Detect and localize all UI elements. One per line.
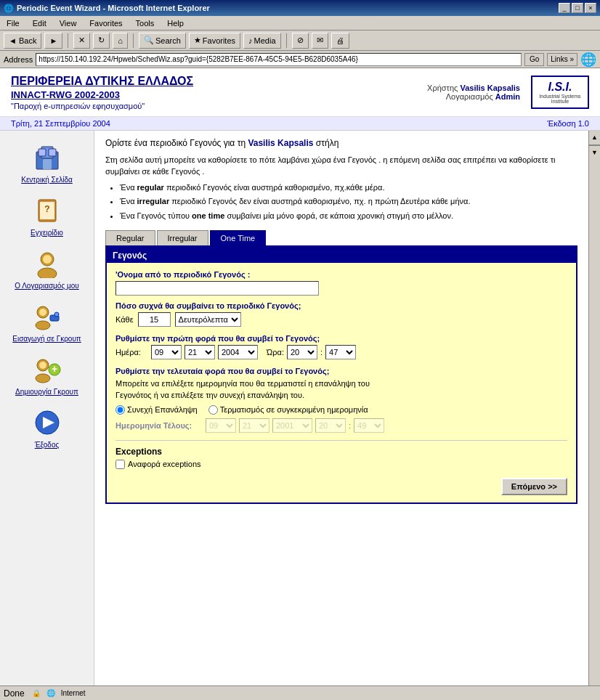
scrollbar[interactable]: ▲ ▼ (588, 131, 600, 685)
search-button[interactable]: 🔍 Search (139, 33, 186, 49)
first-year-select[interactable]: 2004 (218, 345, 258, 359)
tabs: Regular Irregular One Time (105, 230, 577, 247)
first-day-select[interactable]: 09 (151, 345, 182, 359)
manual-icon: ? (31, 195, 63, 227)
frequency-value-input[interactable] (138, 312, 171, 327)
sidebar-item-home[interactable]: Κεντρική Σελίδα (7, 138, 87, 187)
intro-description: Στη σελίδα αυτή μπορείτε να καθορίσετε τ… (105, 154, 577, 178)
sidebar-item-login-group[interactable]: Εισαγωγή σε Γκρουπ (7, 297, 87, 346)
account-icon (31, 248, 63, 280)
logo-main: I.S.I. (536, 81, 584, 94)
version: Έκδοση 1.0 (548, 119, 590, 128)
frequency-row: Κάθε Δευτερόλεπτα Λεπτά Ώρες Μέρες (115, 312, 567, 327)
toolbar-separator-2 (133, 33, 134, 48)
status-icons: 🔒 🌐 Internet (32, 689, 86, 697)
home-button[interactable]: ⌂ (113, 33, 128, 49)
close-button[interactable]: × (585, 3, 596, 13)
menu-help[interactable]: Help (164, 19, 187, 28)
end-date-row: Ημερομηνία Τέλους: 09 21 2001 20 (115, 418, 567, 433)
end-hour-select[interactable]: 20 (315, 418, 346, 433)
end-date-label: Ημερομηνία Τέλους: (115, 421, 203, 430)
address-input[interactable] (36, 53, 522, 66)
go-button[interactable]: Go (524, 53, 544, 66)
login-group-icon (31, 301, 63, 333)
svg-point-12 (39, 309, 46, 316)
first-hour-select[interactable]: 20 (287, 345, 317, 359)
org-line1: ΠΕΡΙΦΕΡΕΙΑ ΔΥΤΙΚΗΣ ΕΛΛΑΔΟΣ (11, 74, 193, 89)
menu-view[interactable]: View (57, 19, 80, 28)
menu-favorites[interactable]: Favorites (86, 19, 125, 28)
radio-continuous-option[interactable]: Συνεχή Επανάληψη (115, 405, 198, 415)
sidebar-item-manual[interactable]: ? Εγχειρίδιο (7, 191, 87, 240)
first-min-select[interactable]: 47 (325, 345, 356, 359)
status-bar: Done 🔒 🌐 Internet (0, 685, 600, 700)
radio-continuous[interactable] (115, 405, 125, 415)
frequency-unit-select[interactable]: Δευτερόλεπτα Λεπτά Ώρες Μέρες (175, 312, 241, 327)
print-button[interactable]: 🖨 (331, 33, 349, 49)
links-button[interactable]: Links » (547, 53, 577, 66)
logo-sub: Industrial Systems Institute (536, 94, 584, 104)
menu-tools[interactable]: Tools (133, 19, 158, 28)
logo-box: I.S.I. Industrial Systems Institute (531, 76, 589, 109)
zone-icon: 🌐 (46, 689, 55, 697)
end-min-select[interactable]: 49 (354, 418, 384, 433)
end-year-select[interactable]: 2001 (272, 418, 312, 433)
create-group-icon: + (31, 354, 63, 386)
end-day-select[interactable]: 09 (206, 418, 236, 433)
sidebar-item-create-group[interactable]: + Δημιουργία Γκρουπ (7, 350, 87, 399)
favorites-button[interactable]: ★ Favorites (189, 33, 240, 49)
window-title-bar: 🌐 Periodic Event Wizard - Microsoft Inte… (0, 0, 600, 16)
org-quote: "Παροχή e-υπηρεσιών εφησυχασμού" (11, 102, 193, 110)
form-body: 'Ονομα από το περιοδικό Γεγονός : Πόσο σ… (107, 263, 576, 502)
next-button-row: Επόμενο >> (115, 478, 567, 495)
sidebar-label-create-group: Δημιουργία Γκρουπ (15, 388, 78, 396)
radio-terminate-option[interactable]: Τερματισμός σε συγκεκριμένη ημερομηνία (208, 405, 368, 415)
svg-rect-4 (43, 159, 52, 169)
first-datetime-row: Ημέρα: 09 21 2004 Ώρα: 20 (115, 345, 567, 359)
tab-onetime[interactable]: One Time (210, 230, 267, 245)
address-bar: Address Go Links » 🌐 (0, 51, 600, 68)
bullet-regular: Ένα regular περιοδικό Γεγονός είναι αυστ… (120, 182, 577, 195)
intro-title: Ορίστε ένα περιοδικό Γεγονός για τη Vasi… (105, 138, 577, 148)
favorites-icon: ★ (194, 36, 201, 45)
tab-regular[interactable]: Regular (105, 230, 155, 245)
svg-point-17 (39, 362, 46, 369)
stop-button[interactable]: ✕ (73, 33, 90, 49)
svg-point-10 (43, 255, 52, 264)
sidebar-label-login-group: Εισαγωγή σε Γκρουπ (12, 335, 81, 343)
bullet-onetime: Ένα Γεγονός τύπου one time συμβαίνει μία… (120, 210, 577, 223)
radio-terminate[interactable] (208, 405, 218, 415)
exceptions-checkbox[interactable] (115, 460, 125, 469)
radio-terminate-label: Τερματισμός σε συγκεκριμένη ημερομηνία (220, 405, 368, 414)
event-name-input[interactable] (115, 281, 319, 296)
mail-button[interactable]: ✉ (312, 33, 328, 49)
menu-file[interactable]: File (4, 19, 23, 28)
first-month-select[interactable]: 21 (185, 345, 215, 359)
header-right: Χρήστης Vasilis Kapsalis Λογαριασμός Adm… (427, 76, 589, 109)
history-button[interactable]: ⊘ (292, 33, 309, 49)
window-controls[interactable]: _ □ × (559, 3, 596, 13)
intro-user-name-val: Vasilis Kapsalis (248, 138, 313, 148)
lock-icon: 🔒 (32, 689, 41, 697)
page-header: ΠΕΡΙΦΕΡΕΙΑ ΔΥΤΙΚΗΣ ΕΛΛΑΔΟΣ INNACT-RWG 20… (0, 68, 600, 117)
svg-point-18 (36, 374, 50, 383)
media-button[interactable]: ♪ Media (243, 33, 280, 49)
form-panel-header: Γεγονός (107, 248, 576, 263)
exceptions-checkbox-row[interactable]: Αναφορά exceptions (115, 460, 567, 469)
next-button[interactable]: Επόμενο >> (501, 478, 567, 495)
user-info: Χρήστης Vasilis Kapsalis Λογαριασμός Adm… (427, 84, 520, 101)
sidebar-item-exit[interactable]: Έξοδος (7, 403, 87, 452)
end-month-select[interactable]: 21 (239, 418, 269, 433)
sidebar-label-home: Κεντρική Σελίδα (21, 176, 73, 184)
menu-edit[interactable]: Edit (30, 19, 49, 28)
current-date: Τρίτη, 21 Σεπτεμβρίου 2004 (11, 119, 110, 128)
forward-button[interactable]: ► (44, 33, 62, 49)
tab-irregular[interactable]: Irregular (157, 230, 208, 245)
back-button[interactable]: ◄ Back (4, 33, 41, 49)
maximize-button[interactable]: □ (572, 3, 583, 13)
sidebar-item-account[interactable]: Ο Λογαριασμός μου (7, 244, 87, 293)
minimize-button[interactable]: _ (559, 3, 570, 13)
refresh-button[interactable]: ↻ (93, 33, 110, 49)
exceptions-checkbox-label: Αναφορά exceptions (128, 460, 201, 468)
recurrence-radio-row: Συνεχή Επανάληψη Τερματισμός σε συγκεκρι… (115, 405, 567, 415)
